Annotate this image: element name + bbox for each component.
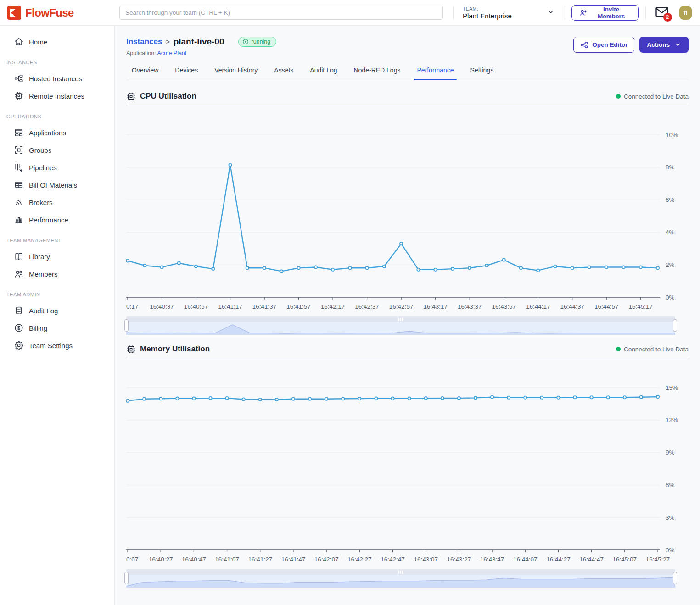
live-dot-icon xyxy=(616,347,621,351)
sidebar-item-label: Team Settings xyxy=(29,342,73,350)
memory-live-status: Connected to Live Data xyxy=(616,346,689,353)
tab-version-history[interactable]: Version History xyxy=(214,67,258,80)
sidebar-item-label: Groups xyxy=(29,146,51,154)
tab-overview[interactable]: Overview xyxy=(132,67,158,80)
svg-text:16:41:17: 16:41:17 xyxy=(218,303,242,310)
flowfuse-logo[interactable]: FlowFuse xyxy=(0,6,115,20)
svg-text:16:43:47: 16:43:47 xyxy=(480,556,504,563)
tab-node-red-logs[interactable]: Node-RED Logs xyxy=(354,67,401,80)
avatar[interactable]: fl xyxy=(679,6,692,20)
svg-text:3%: 3% xyxy=(666,514,675,521)
cpu-section: CPU Utilisation Connected to Live Data 0… xyxy=(126,87,689,335)
svg-text:0%: 0% xyxy=(666,294,675,301)
slider-left-handle[interactable] xyxy=(124,319,129,332)
breadcrumb-instances-link[interactable]: Instances xyxy=(126,37,162,46)
groups-icon xyxy=(14,145,24,155)
tab-assets[interactable]: Assets xyxy=(274,67,293,80)
svg-text:16:42:47: 16:42:47 xyxy=(381,556,405,563)
tab-audit-log[interactable]: Audit Log xyxy=(310,67,337,80)
sidebar: HomeINSTANCESHosted InstancesRemote Inst… xyxy=(0,26,115,605)
sidebar-item-label: Members xyxy=(29,270,58,278)
status-label: running xyxy=(252,39,271,45)
tab-settings[interactable]: Settings xyxy=(470,67,494,80)
cpu-zoom-slider[interactable] xyxy=(126,316,675,335)
actions-button[interactable]: Actions xyxy=(639,37,689,53)
svg-text:0:07: 0:07 xyxy=(126,556,138,563)
sidebar-item-label: Pipelines xyxy=(29,164,57,172)
live-status-label: Connected to Live Data xyxy=(624,93,689,100)
status-badge: running xyxy=(238,37,277,47)
svg-text:2%: 2% xyxy=(666,261,675,268)
slider-grip-icon[interactable] xyxy=(126,569,675,575)
sidebar-item-library[interactable]: Library xyxy=(0,248,114,265)
svg-text:4%: 4% xyxy=(666,229,675,236)
slider-left-handle[interactable] xyxy=(124,572,129,584)
bill-of-materials-icon xyxy=(14,180,24,190)
sidebar-item-hosted-instances[interactable]: Hosted Instances xyxy=(0,70,114,87)
application-label: Application: xyxy=(126,50,156,56)
search-input[interactable] xyxy=(119,6,443,20)
slider-right-handle[interactable] xyxy=(673,572,677,584)
invite-members-button[interactable]: Invite Members xyxy=(571,5,639,21)
svg-text:16:44:57: 16:44:57 xyxy=(594,303,619,310)
svg-text:16:45:27: 16:45:27 xyxy=(646,556,670,563)
svg-text:16:40:47: 16:40:47 xyxy=(182,556,206,563)
sidebar-item-applications[interactable]: Applications xyxy=(0,124,114,141)
open-editor-button[interactable]: Open Editor xyxy=(573,37,634,53)
invite-members-label: Invite Members xyxy=(591,6,631,20)
applications-icon xyxy=(14,128,24,138)
sidebar-item-audit-log[interactable]: Audit Log xyxy=(0,302,114,319)
members-icon xyxy=(14,269,24,279)
live-dot-icon xyxy=(616,94,621,99)
svg-text:16:44:47: 16:44:47 xyxy=(579,556,604,563)
svg-text:16:40:57: 16:40:57 xyxy=(184,303,208,310)
sidebar-item-bill-of-materials[interactable]: Bill Of Materials xyxy=(0,176,114,194)
team-label: TEAM: xyxy=(463,6,512,11)
svg-text:16:44:27: 16:44:27 xyxy=(546,556,571,563)
sidebar-item-remote-instances[interactable]: Remote Instances xyxy=(0,87,114,105)
tab-devices[interactable]: Devices xyxy=(175,67,198,80)
team-selector[interactable]: TEAM: Plant Enterprise xyxy=(463,6,558,20)
chevron-down-icon[interactable] xyxy=(547,8,554,17)
remote-instances-icon xyxy=(14,91,24,101)
memory-zoom-slider[interactable] xyxy=(126,569,675,588)
sidebar-item-billing[interactable]: Billing xyxy=(0,319,114,337)
tab-performance[interactable]: Performance xyxy=(417,67,454,80)
sidebar-section-label: TEAM ADMIN xyxy=(0,283,114,302)
sidebar-item-team-settings[interactable]: Team Settings xyxy=(0,337,114,354)
cpu-chip-icon xyxy=(126,92,136,101)
sidebar-item-label: Brokers xyxy=(29,199,53,206)
notifications-button[interactable]: 2 xyxy=(655,6,669,20)
top-bar: FlowFuse TEAM: Plant Enterprise Invite M… xyxy=(0,0,700,26)
sidebar-item-pipelines[interactable]: Pipelines xyxy=(0,159,114,176)
breadcrumb-separator: > xyxy=(166,38,169,45)
live-status-label: Connected to Live Data xyxy=(624,346,689,353)
application-line: Application: Acme Plant xyxy=(126,50,276,56)
open-editor-label: Open Editor xyxy=(592,41,627,48)
flowfuse-logo-icon xyxy=(7,6,21,20)
svg-text:16:40:27: 16:40:27 xyxy=(149,556,173,563)
slider-grip-icon[interactable] xyxy=(126,316,675,322)
svg-text:16:41:37: 16:41:37 xyxy=(252,303,277,310)
memory-section-title: Memory Utilisation xyxy=(140,344,210,354)
sidebar-item-label: Home xyxy=(29,38,47,46)
sidebar-item-brokers[interactable]: Brokers xyxy=(0,194,114,211)
sidebar-item-home[interactable]: Home xyxy=(0,33,114,50)
memory-section: Memory Utilisation Connected to Live Dat… xyxy=(126,339,689,588)
sidebar-section-label: INSTANCES xyxy=(0,50,114,70)
svg-text:16:43:07: 16:43:07 xyxy=(414,556,438,563)
application-link[interactable]: Acme Plant xyxy=(157,50,186,56)
team-name: Plant Enterprise xyxy=(463,12,512,20)
slider-right-handle[interactable] xyxy=(673,319,677,332)
memory-chart: 0%3%6%9%12%15%0:0716:40:2716:40:4716:41:… xyxy=(126,361,689,568)
sidebar-item-members[interactable]: Members xyxy=(0,265,114,283)
svg-text:6%: 6% xyxy=(666,196,675,203)
pipelines-icon xyxy=(14,162,24,172)
sidebar-item-label: Bill Of Materials xyxy=(29,181,77,189)
sidebar-item-label: Applications xyxy=(29,129,66,137)
sidebar-item-performance[interactable]: Performance xyxy=(0,211,114,228)
chevron-down-icon xyxy=(674,41,681,48)
svg-text:16:42:07: 16:42:07 xyxy=(314,556,339,563)
svg-text:16:41:57: 16:41:57 xyxy=(286,303,311,310)
sidebar-item-groups[interactable]: Groups xyxy=(0,141,114,159)
